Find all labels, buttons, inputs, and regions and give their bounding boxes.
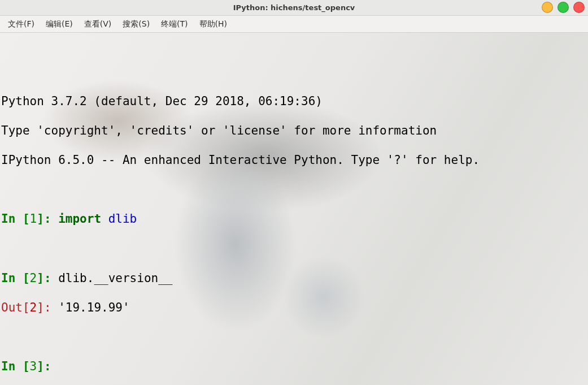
in-prompt-num: 1: [30, 212, 37, 226]
menu-edit[interactable]: 编辑(E): [40, 17, 79, 32]
banner-line: Python 3.7.2 (default, Dec 29 2018, 06:1…: [1, 94, 587, 109]
in-prompt-pre: In [: [1, 271, 30, 285]
in-cell-2: In [2]: dlib.__version__: [1, 271, 587, 285]
out-value: '19.19.99': [58, 301, 129, 314]
window-controls: [542, 2, 585, 13]
out-prompt-pre: Out[: [1, 301, 30, 314]
menu-help[interactable]: 帮助(H): [194, 17, 233, 32]
menu-file[interactable]: 文件(F): [2, 17, 40, 32]
minimize-button[interactable]: [542, 2, 553, 13]
maximize-button[interactable]: [557, 2, 569, 13]
code-text: dlib.__version__: [58, 271, 172, 285]
module-name: dlib: [108, 212, 137, 226]
menu-view[interactable]: 查看(V): [79, 17, 117, 32]
banner-line: IPython 6.5.0 -- An enhanced Interactive…: [1, 153, 587, 167]
in-prompt-post: ]:: [37, 271, 58, 285]
out-prompt-post: ]:: [37, 301, 58, 314]
close-button[interactable]: [573, 2, 585, 13]
banner-line: Type 'copyright', 'credits' or 'license'…: [1, 123, 587, 138]
terminal-area[interactable]: Python 3.7.2 (default, Dec 29 2018, 06:1…: [0, 33, 588, 385]
menubar: 文件(F) 编辑(E) 查看(V) 搜索(S) 终端(T) 帮助(H): [0, 16, 588, 33]
terminal-content: Python 3.7.2 (default, Dec 29 2018, 06:1…: [1, 79, 587, 385]
menu-terminal[interactable]: 终端(T): [155, 17, 193, 32]
in-cell-empty: In [3]:: [1, 359, 587, 374]
menu-search[interactable]: 搜索(S): [117, 17, 155, 32]
window-title: IPython: hichens/test_opencv: [233, 3, 355, 12]
out-cell-2: Out[2]: '19.19.99': [1, 300, 587, 315]
in-prompt-pre: In [: [1, 212, 30, 226]
in-cell-1: In [1]: import dlib: [1, 211, 587, 226]
in-prompt-num: 2: [30, 271, 37, 285]
keyword-import: import: [58, 212, 101, 226]
out-prompt-num: 2: [30, 301, 37, 314]
titlebar: IPython: hichens/test_opencv: [0, 0, 588, 16]
in-prompt-post: ]:: [37, 212, 58, 226]
